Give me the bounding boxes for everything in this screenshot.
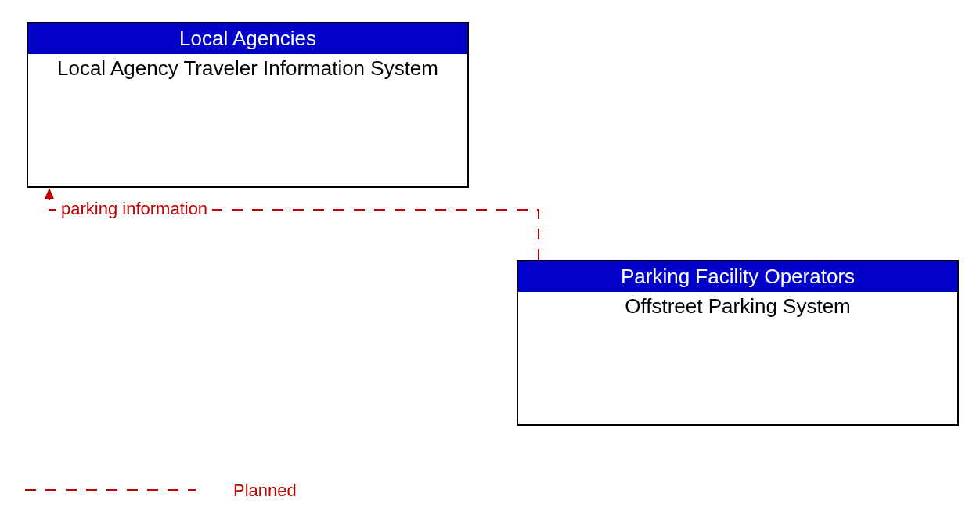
box-local-agencies: Local Agencies Local Agency Traveler Inf…	[27, 22, 469, 188]
flow-parking-information-label: parking information	[56, 199, 212, 219]
legend-planned-label: Planned	[233, 481, 297, 501]
box-local-agencies-header: Local Agencies	[28, 23, 467, 54]
box-local-agencies-body: Local Agency Traveler Information System	[28, 54, 467, 84]
box-parking-operators-body: Offstreet Parking System	[518, 292, 957, 322]
box-parking-operators-header: Parking Facility Operators	[518, 261, 957, 292]
flow-parking-information-arrowhead	[45, 188, 54, 199]
box-parking-operators: Parking Facility Operators Offstreet Par…	[517, 260, 959, 426]
